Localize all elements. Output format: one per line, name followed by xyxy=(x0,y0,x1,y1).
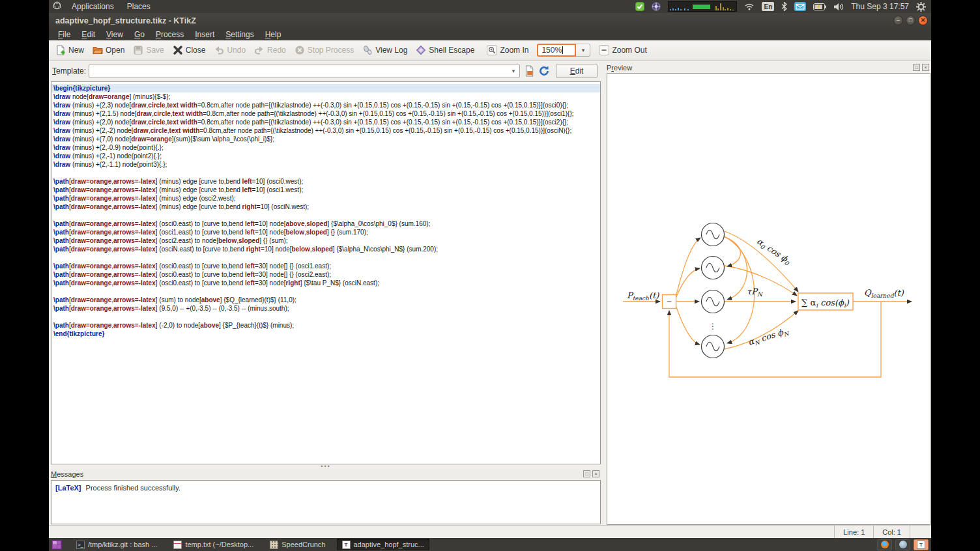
session-gear-icon[interactable] xyxy=(916,2,926,12)
terminal-icon xyxy=(76,541,85,549)
applications-menu[interactable]: Applications xyxy=(69,1,117,12)
zoom-level-dropdown-arrow[interactable]: ▾ xyxy=(576,44,590,57)
taskbar-item[interactable]: SpeedCrunch xyxy=(265,539,330,550)
code-line-16 xyxy=(53,211,600,219)
status-bar: Line: 1 Col: 1 xyxy=(49,525,931,538)
undo-arrow-icon xyxy=(214,45,224,55)
close-window-button[interactable]: ✕ xyxy=(918,16,928,25)
menu-edit[interactable]: Edit xyxy=(79,29,98,40)
backup-orb-icon[interactable] xyxy=(652,2,661,11)
globe-ball-icon xyxy=(899,541,907,548)
save-button[interactable]: Save xyxy=(133,45,164,55)
code-line-20: \path[draw=orange,arrows=-latex] (osciN.… xyxy=(53,245,600,253)
vertical-dots: ⋮ xyxy=(709,322,717,331)
system-monitor-applet[interactable] xyxy=(668,1,737,12)
menu-insert[interactable]: Insert xyxy=(192,29,217,40)
ktikz-launcher[interactable] xyxy=(914,539,929,550)
menu-bar: FileEditViewGoProcessInsertSettingsHelp xyxy=(49,28,931,40)
undo-button[interactable]: Undo xyxy=(214,45,246,55)
distro-logo-icon-svg xyxy=(53,1,61,10)
places-menu[interactable]: Places xyxy=(124,1,153,12)
bluetooth-icon[interactable] xyxy=(781,2,787,11)
redo-button-label: Redo xyxy=(267,46,286,55)
template-edit-button[interactable]: Edit xyxy=(556,64,598,78)
taskbar-window-list: /tmp/ktikz.git : bash ...temp.txt (~/Des… xyxy=(71,539,429,550)
open-button[interactable]: Open xyxy=(93,45,124,55)
code-line-29: \path[draw=orange,arrows=-latex] (-2,0) … xyxy=(53,321,600,330)
template-edit-label: Edit xyxy=(570,66,584,76)
taskbar-item[interactable]: /tmp/ktikz.git : bash ... xyxy=(71,539,162,550)
preview-close-button[interactable]: × xyxy=(922,64,929,71)
taskbar-item[interactable]: temp.txt (~/Desktop... xyxy=(168,539,259,550)
browser-launcher[interactable] xyxy=(895,539,910,550)
label-alpha0-cos: α0 cos ϕ0 xyxy=(755,236,794,268)
zoom-level-combobox[interactable]: 150% xyxy=(537,44,576,57)
menu-view[interactable]: View xyxy=(104,29,126,40)
code-line-14: \path[draw=orange,arrows=-latex] (minus)… xyxy=(53,194,600,203)
new-button-label: New xyxy=(68,46,84,55)
firefox-icon xyxy=(881,541,889,548)
messages-float-button[interactable]: □ xyxy=(583,470,590,477)
preview-canvas[interactable]: − ⋮ Pteach(t) Qlearned(t) τPN α0 cos ϕ0 … xyxy=(607,73,930,525)
system-top-bar: Applications Places xyxy=(49,0,931,13)
shell-escape-icon xyxy=(416,45,426,55)
stop-process-button[interactable]: Stop Process xyxy=(295,45,354,55)
preview-float-button[interactable]: □ xyxy=(913,64,920,71)
template-reload-button[interactable] xyxy=(538,65,550,77)
taskbar-item-label: SpeedCrunch xyxy=(281,541,325,548)
template-label: Template: xyxy=(51,66,89,76)
taskbar-item-label: /tmp/ktikz.git : bash ... xyxy=(88,541,157,548)
view-log-label: View Log xyxy=(375,46,407,55)
shell-escape-button[interactable]: Shell Escape xyxy=(416,45,474,55)
updates-ok-icon[interactable] xyxy=(635,2,644,11)
mail-icon[interactable] xyxy=(794,2,806,11)
messages-dock-header: Messages □ × xyxy=(51,468,601,479)
workspace-switcher[interactable] xyxy=(51,540,62,550)
status-grip[interactable] xyxy=(910,526,931,538)
messages-text: Process finished successfully. xyxy=(86,484,180,492)
template-combobox[interactable]: ▾ xyxy=(89,64,520,78)
keyboard-layout-indicator[interactable]: En xyxy=(762,2,774,11)
battery-icon[interactable] xyxy=(813,3,826,10)
close-file-button[interactable]: Close xyxy=(173,45,206,55)
minimize-button[interactable]: – xyxy=(893,16,903,25)
zoom-out-button[interactable]: Zoom Out xyxy=(599,45,646,55)
distro-logo-icon[interactable] xyxy=(53,1,61,12)
redo-button[interactable]: Redo xyxy=(254,45,286,55)
code-line-17: \path[draw=orange,arrows=-latex] (osci0.… xyxy=(53,219,600,228)
code-line-26: \path[draw=orange,arrows=-latex] (sum) t… xyxy=(53,296,600,304)
ktikz-icon xyxy=(917,541,925,549)
window-titlebar[interactable]: adaptive_hopf_structure.tikz - KTikZ – □… xyxy=(49,13,931,28)
messages-output[interactable]: [LaTeX] Process finished successfully. xyxy=(51,480,601,524)
template-new-button[interactable] xyxy=(523,65,535,77)
menu-file[interactable]: File xyxy=(55,29,73,40)
code-line-30: \end{tikzpicture} xyxy=(53,330,600,338)
preview-title: Preview xyxy=(607,64,632,72)
messages-close-button[interactable]: × xyxy=(592,470,599,477)
new-file-icon xyxy=(55,45,66,55)
taskbar-item-label: temp.txt (~/Desktop... xyxy=(185,541,253,548)
view-log-icon xyxy=(362,45,373,55)
taskbar-item[interactable]: adaptive_hopf_struc... xyxy=(337,539,429,550)
menu-help[interactable]: Help xyxy=(263,29,284,40)
wifi-icon[interactable] xyxy=(744,3,755,10)
taskbar-item-label: adaptive_hopf_struc... xyxy=(354,541,424,548)
code-editor[interactable]: \begin{tikzpicture}\draw node[draw=orang… xyxy=(51,81,601,464)
menu-settings[interactable]: Settings xyxy=(223,29,256,40)
menu-go[interactable]: Go xyxy=(132,29,147,40)
zoom-in-button[interactable]: Zoom In xyxy=(487,45,528,55)
view-log-button[interactable]: View Log xyxy=(362,45,407,55)
status-line-indicator: Line: 1 xyxy=(834,526,873,538)
code-line-9: \draw (minus) +(2,-1) node(point2){.}; xyxy=(53,152,600,160)
template-dropdown-arrow[interactable]: ▾ xyxy=(508,68,519,74)
messages-latex-tag: [LaTeX] xyxy=(55,484,81,492)
maximize-button[interactable]: □ xyxy=(906,16,915,25)
open-button-label: Open xyxy=(106,46,124,55)
clock[interactable]: Thu Sep 3 17:57 xyxy=(851,2,909,11)
save-floppy-icon xyxy=(133,45,143,55)
volume-icon[interactable] xyxy=(833,3,844,11)
code-line-23: \path[draw=orange,arrows=-latex] (osci0.… xyxy=(53,270,600,279)
new-button[interactable]: New xyxy=(55,45,84,55)
firefox-launcher[interactable] xyxy=(877,539,892,550)
menu-process[interactable]: Process xyxy=(153,29,186,40)
